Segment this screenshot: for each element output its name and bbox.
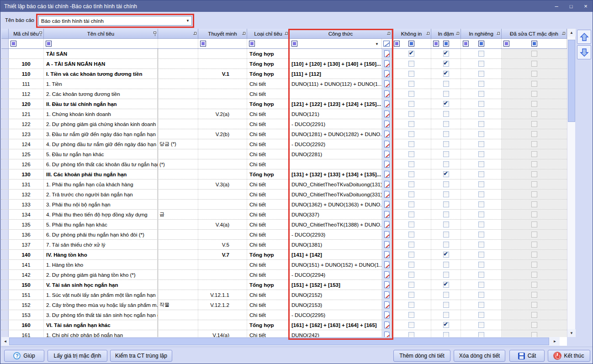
- in-nghieng-checkbox[interactable]: [478, 292, 484, 298]
- khong-in-checkbox[interactable]: [408, 101, 414, 107]
- edit-formula-button[interactable]: [382, 230, 392, 239]
- in-nghieng-checkbox[interactable]: [478, 91, 484, 97]
- check-duplicate-button[interactable]: Kiểm tra CT trùng lặp: [110, 350, 172, 362]
- da-sua-ct-checkbox[interactable]: [531, 171, 537, 177]
- table-row[interactable]: 1244. Dự phòng đầu tư nắm giữ đến ngày đ…: [1, 139, 567, 149]
- delete-detail-row-button[interactable]: Xóa dòng chi tiết: [454, 350, 505, 362]
- edit-formula-button[interactable]: [382, 139, 392, 149]
- da-sua-ct-checkbox[interactable]: [531, 121, 537, 127]
- in-nghieng-checkbox[interactable]: [478, 51, 484, 57]
- column-header-lo-i-ch-ti-u[interactable]: Loại chỉ tiêu: [247, 29, 290, 39]
- in-nghieng-checkbox[interactable]: [478, 312, 484, 318]
- column-header-c-ng-th-c[interactable]: Công thức: [290, 29, 392, 39]
- filter-checkbox-icon[interactable]: [478, 41, 484, 47]
- horizontal-scrollbar-thumb[interactable]: [9, 338, 549, 345]
- cell-cong-thuc[interactable]: [110] + [120] + [130] + [140] + [150]...: [290, 59, 382, 69]
- cell-cong-thuc[interactable]: DUNO(1381): [290, 240, 382, 249]
- khong-in-checkbox[interactable]: [408, 232, 414, 237]
- column-header-in-nghi-ng[interactable]: In nghiêng: [461, 29, 502, 39]
- da-sua-ct-checkbox[interactable]: [531, 151, 537, 157]
- table-row[interactable]: 1122. Các khoản tương đương tiềnChi tiết: [1, 89, 567, 99]
- da-sua-ct-checkbox[interactable]: [531, 292, 537, 298]
- in-nghieng-checkbox[interactable]: [478, 171, 484, 177]
- cell-cong-thuc[interactable]: - DUCO(2292): [290, 139, 382, 149]
- table-row[interactable]: 1111. TiềnChi tiếtDUNO(111) + DUNO(112) …: [1, 79, 567, 89]
- table-row[interactable]: 130III. Các khoản phải thu ngắn hạnTổng …: [1, 169, 567, 179]
- in-nghieng-checkbox[interactable]: [478, 181, 484, 187]
- in-dam-checkbox[interactable]: [443, 322, 449, 328]
- da-sua-ct-checkbox[interactable]: [531, 211, 537, 217]
- da-sua-ct-checkbox[interactable]: [531, 71, 537, 77]
- cell-cong-thuc[interactable]: DUNO(121): [290, 109, 382, 119]
- da-sua-ct-checkbox[interactable]: [531, 322, 537, 328]
- scroll-left-icon[interactable]: ◄: [1, 337, 9, 346]
- filter-icon[interactable]: [433, 41, 439, 47]
- da-sua-ct-checkbox[interactable]: [531, 181, 537, 187]
- pin-icon[interactable]: [39, 32, 42, 34]
- table-row[interactable]: 1222. Dự phòng giảm giá chứng khoán kinh…: [1, 119, 567, 129]
- in-nghieng-checkbox[interactable]: [478, 242, 484, 248]
- in-nghieng-checkbox[interactable]: [478, 262, 484, 268]
- cell-cong-thuc[interactable]: [141] + [142]: [290, 250, 382, 259]
- table-row[interactable]: 1266. Dự phòng tổn thất các khoản đầu tư…: [1, 159, 567, 169]
- khong-in-checkbox[interactable]: [408, 332, 414, 337]
- da-sua-ct-checkbox[interactable]: [531, 242, 537, 248]
- pin-icon[interactable]: [563, 32, 565, 35]
- da-sua-ct-checkbox[interactable]: [531, 302, 537, 308]
- in-dam-checkbox[interactable]: [443, 61, 449, 67]
- edit-formula-button[interactable]: [382, 49, 392, 58]
- pin-icon[interactable]: [457, 32, 459, 35]
- edit-formula-button[interactable]: [382, 330, 392, 337]
- table-row[interactable]: 1366. Dự phòng phải thu ngắn hạn khó đòi…: [1, 230, 567, 240]
- khong-in-checkbox[interactable]: [408, 282, 414, 288]
- in-nghieng-checkbox[interactable]: [478, 131, 484, 137]
- cell-cong-thuc[interactable]: DUNO(2281): [290, 149, 382, 159]
- edit-formula-button[interactable]: [382, 89, 392, 99]
- scroll-down-icon[interactable]: ▼: [567, 329, 576, 337]
- filter-checkbox-icon[interactable]: [443, 41, 449, 47]
- khong-in-checkbox[interactable]: [408, 51, 414, 57]
- khong-in-checkbox[interactable]: [408, 312, 414, 318]
- da-sua-ct-checkbox[interactable]: [531, 141, 537, 147]
- in-nghieng-checkbox[interactable]: [478, 141, 484, 147]
- move-row-up-button[interactable]: [577, 30, 591, 44]
- in-dam-checkbox[interactable]: [443, 191, 449, 197]
- close-button[interactable]: ×: [582, 3, 590, 10]
- khong-in-checkbox[interactable]: [408, 201, 414, 207]
- cell-cong-thuc[interactable]: DUNO_ChitietTheoTK(1388) + DUNO...: [290, 220, 382, 229]
- pin-icon[interactable]: [286, 32, 288, 35]
- khong-in-checkbox[interactable]: [408, 262, 414, 268]
- chevron-down-icon[interactable]: ▼: [184, 19, 191, 23]
- khong-in-checkbox[interactable]: [408, 131, 414, 137]
- filter-icon[interactable]: [200, 41, 206, 47]
- edit-formula-button[interactable]: [382, 320, 392, 330]
- cell-cong-thuc[interactable]: [290, 89, 382, 99]
- in-nghieng-checkbox[interactable]: [478, 222, 484, 227]
- in-dam-checkbox[interactable]: [443, 121, 449, 127]
- edit-formula-button[interactable]: [382, 250, 392, 259]
- scroll-right-icon[interactable]: ►: [551, 337, 559, 346]
- column-header-t-n-ch-ti-u[interactable]: Tên chỉ tiêu: [44, 29, 158, 39]
- in-nghieng-checkbox[interactable]: [478, 322, 484, 328]
- in-nghieng-checkbox[interactable]: [478, 121, 484, 127]
- khong-in-checkbox[interactable]: [408, 81, 414, 87]
- edit-formula-button[interactable]: [382, 300, 392, 310]
- da-sua-ct-checkbox[interactable]: [531, 332, 537, 337]
- khong-in-checkbox[interactable]: [408, 292, 414, 298]
- filter-checkbox-icon[interactable]: [408, 41, 414, 47]
- edit-formula-button[interactable]: [382, 69, 392, 79]
- in-dam-checkbox[interactable]: [443, 151, 449, 157]
- in-dam-checkbox[interactable]: [443, 161, 449, 167]
- in-dam-checkbox[interactable]: [443, 252, 449, 258]
- in-nghieng-checkbox[interactable]: [478, 111, 484, 117]
- in-dam-checkbox[interactable]: [443, 302, 449, 308]
- save-button[interactable]: Cất: [509, 350, 545, 362]
- table-row[interactable]: 1533. Dự phòng tổn thất tài sản sinh học…: [1, 310, 567, 320]
- filter-icon[interactable]: [463, 41, 469, 47]
- table-row[interactable]: 1311. Phải thu ngắn hạn của khách hàngV.…: [1, 179, 567, 190]
- da-sua-ct-checkbox[interactable]: [531, 312, 537, 318]
- filter-icon[interactable]: [11, 41, 16, 47]
- in-dam-checkbox[interactable]: [443, 312, 449, 318]
- in-nghieng-checkbox[interactable]: [478, 302, 484, 308]
- cell-cong-thuc[interactable]: [131] + [132] + [133] + [134] + [135]...: [290, 169, 382, 179]
